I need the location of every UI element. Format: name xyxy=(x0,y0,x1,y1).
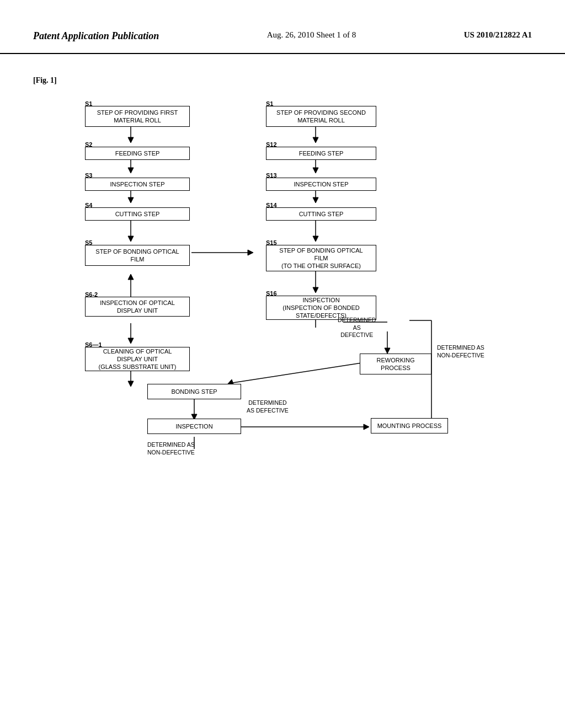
publication-number: US 2010/212822 A1 xyxy=(464,30,532,40)
svg-marker-3 xyxy=(128,168,134,173)
s2-box: FEEDING STEP xyxy=(85,147,190,160)
svg-marker-31 xyxy=(128,381,134,387)
svg-marker-13 xyxy=(313,197,318,203)
bonding-step-box: BONDING STEP xyxy=(147,384,241,399)
s1-right-box: STEP OF PROVIDING SECONDMATERIAL ROLL xyxy=(266,106,376,127)
s1-left-box: STEP OF PROVIDING FIRSTMATERIAL ROLL xyxy=(85,106,190,127)
s13-box: INSPECTION STEP xyxy=(266,178,376,191)
inspection-bottom-box: INSPECTION xyxy=(147,419,241,434)
publication-title: Patent Application Publication xyxy=(33,30,159,42)
s5-box: STEP OF BONDING OPTICALFILM xyxy=(85,245,190,266)
svg-marker-9 xyxy=(313,137,318,143)
svg-marker-15 xyxy=(313,236,318,242)
flowchart: S1 STEP OF PROVIDING FIRSTMATERIAL ROLL … xyxy=(45,90,520,532)
s14-box: CUTTING STEP xyxy=(266,207,376,221)
s6-1-box: CLEANING OF OPTICALDISPLAY UNIT(GLASS SU… xyxy=(85,347,190,371)
svg-marker-7 xyxy=(128,236,134,242)
page: Patent Application Publication Aug. 26, … xyxy=(0,0,565,728)
publication-date-sheet: Aug. 26, 2010 Sheet 1 of 8 xyxy=(267,30,356,40)
s6-2-box: INSPECTION OF OPTICALDISPLAY UNIT xyxy=(85,297,190,317)
svg-marker-27 xyxy=(128,274,134,280)
svg-marker-23 xyxy=(385,348,390,354)
figure-label: [Fig. 1] xyxy=(33,76,532,85)
svg-line-24 xyxy=(233,362,365,383)
s15-box: STEP OF BONDING OPTICALFILM(TO THE OTHER… xyxy=(266,245,376,271)
determined-defective-bottom: DETERMINEDAS DEFECTIVE xyxy=(247,399,289,414)
s4-box: CUTTING STEP xyxy=(85,207,190,221)
svg-marker-19 xyxy=(313,287,318,293)
diagram-area: [Fig. 1] xyxy=(0,54,565,554)
s12-box: FEEDING STEP xyxy=(266,147,376,160)
s3-box: INSPECTION STEP xyxy=(85,178,190,191)
svg-marker-5 xyxy=(128,197,134,203)
reworking-process-box: REWORKINGPROCESS xyxy=(360,354,431,374)
determined-non-defective-right: DETERMINED ASNON-DEFECTIVE xyxy=(437,344,484,359)
svg-marker-11 xyxy=(313,168,318,173)
svg-marker-1 xyxy=(128,137,134,143)
svg-marker-29 xyxy=(128,338,134,344)
page-header: Patent Application Publication Aug. 26, … xyxy=(0,0,565,54)
svg-marker-17 xyxy=(248,250,253,255)
mounting-process-box: MOUNTING PROCESS xyxy=(371,418,448,433)
determined-non-defective-bottom: DETERMINED ASNON-DEFECTIVE xyxy=(147,441,195,456)
svg-marker-35 xyxy=(364,424,369,430)
determined-defective-right: DETERMINEDASDEFECTIVE xyxy=(338,317,376,339)
